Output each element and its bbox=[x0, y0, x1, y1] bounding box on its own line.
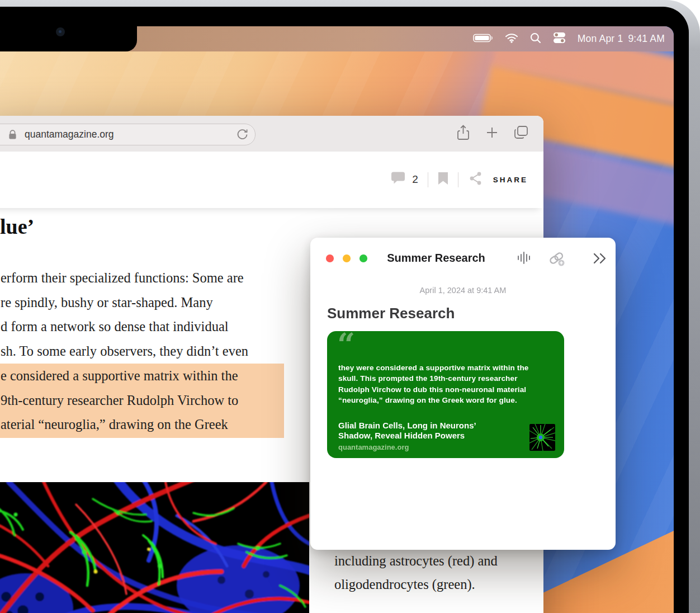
menu-bar-clock[interactable]: Mon Apr 1 9:41 AM bbox=[578, 33, 665, 45]
camera-notch bbox=[0, 26, 137, 51]
bookmark-icon[interactable] bbox=[438, 172, 448, 187]
paragraph-line: sh. To some early observers, they didn’t… bbox=[1, 339, 248, 364]
lock-icon bbox=[8, 130, 17, 140]
divider bbox=[428, 172, 428, 187]
quote-line: skull. This prompted the 19th-century re… bbox=[338, 373, 529, 384]
caption-dash: — bbox=[334, 605, 498, 613]
menu-bar: Mon Apr 1 9:41 AM bbox=[0, 26, 674, 51]
article-header-bar: 2 SHARE bbox=[0, 152, 543, 208]
note-window-title: Summer Research bbox=[377, 252, 495, 265]
divider bbox=[458, 172, 458, 187]
close-button[interactable] bbox=[326, 254, 334, 262]
highlighted-text-block: e considered a supportive matrix within … bbox=[0, 364, 284, 438]
camera-icon bbox=[56, 27, 65, 36]
quote-text: they were considered a supportive matrix… bbox=[338, 362, 529, 405]
paragraph-line: d form a network so dense that individua… bbox=[1, 314, 248, 339]
highlight-line: e considered a supportive matrix within … bbox=[1, 364, 238, 388]
highlight-line: 9th-century researcher Rudolph Virchow t… bbox=[1, 388, 238, 413]
wifi-icon[interactable] bbox=[505, 33, 518, 45]
quote-thumbnail bbox=[529, 424, 555, 451]
comments-icon[interactable] bbox=[390, 172, 406, 187]
safari-toolbar: quantamagazine.org bbox=[0, 116, 543, 152]
notes-quick-note-window: Summer Research bbox=[310, 238, 616, 550]
quote-line: “neuroglia,” drawing on the Greek word f… bbox=[338, 395, 529, 405]
article-paragraph: erform their specialized functions: Some… bbox=[1, 266, 248, 363]
new-tab-icon[interactable] bbox=[485, 126, 499, 142]
tab-overview-icon[interactable] bbox=[514, 125, 529, 142]
share-icon[interactable] bbox=[456, 125, 470, 143]
image-caption: including astrocytes (red) and oligodend… bbox=[334, 549, 498, 613]
menu-bar-time: 9:41 AM bbox=[628, 33, 665, 45]
desktop: quantamagazine.org bbox=[0, 26, 674, 613]
double-chevron-right-icon[interactable] bbox=[592, 252, 609, 267]
paragraph-line: re spindly, bushy or star-shaped. Many bbox=[1, 290, 248, 315]
control-center-icon[interactable] bbox=[553, 32, 566, 46]
quote-source-title: Glial Brain Cells, Long in Neurons’ Shad… bbox=[338, 421, 476, 440]
url-text: quantamagazine.org bbox=[25, 129, 114, 140]
spotlight-search-icon[interactable] bbox=[530, 32, 541, 46]
share-network-icon[interactable] bbox=[468, 172, 483, 187]
quote-line: Rudolph Virchow to dub this non-neuronal… bbox=[338, 384, 529, 395]
note-title: Summer Research bbox=[327, 305, 455, 322]
share-button[interactable]: SHARE bbox=[493, 176, 528, 184]
microscopy-image bbox=[0, 482, 309, 613]
quote-line: they were considered a supportive matrix… bbox=[338, 362, 529, 373]
menu-bar-date: Mon Apr 1 bbox=[578, 33, 623, 45]
battery-icon[interactable] bbox=[473, 34, 493, 45]
audio-waveform-icon[interactable] bbox=[516, 251, 533, 267]
caption-line: including astrocytes (red) and bbox=[334, 549, 498, 573]
quote-icon: “ bbox=[337, 329, 355, 360]
window-controls bbox=[326, 254, 367, 262]
paragraph-line: erform their specialized functions: Some… bbox=[1, 266, 248, 290]
quote-source-domain: quantamagazine.org bbox=[338, 443, 409, 451]
note-timestamp: April 1, 2024 at 9:41 AM bbox=[310, 286, 616, 295]
comment-count[interactable]: 2 bbox=[412, 173, 418, 186]
caption-line: oligodendrocytes (green). bbox=[334, 573, 498, 596]
quote-attachment-card[interactable]: “ they were considered a supportive matr… bbox=[327, 331, 564, 458]
article-headline-fragment: lue’ bbox=[0, 214, 34, 239]
highlight-line: aterial “neuroglia,” drawing on the Gree… bbox=[1, 412, 238, 437]
add-link-icon[interactable] bbox=[548, 251, 567, 270]
reload-button[interactable] bbox=[236, 128, 249, 143]
minimize-button[interactable] bbox=[343, 254, 351, 262]
address-bar[interactable]: quantamagazine.org bbox=[0, 124, 256, 145]
zoom-button[interactable] bbox=[360, 254, 367, 262]
